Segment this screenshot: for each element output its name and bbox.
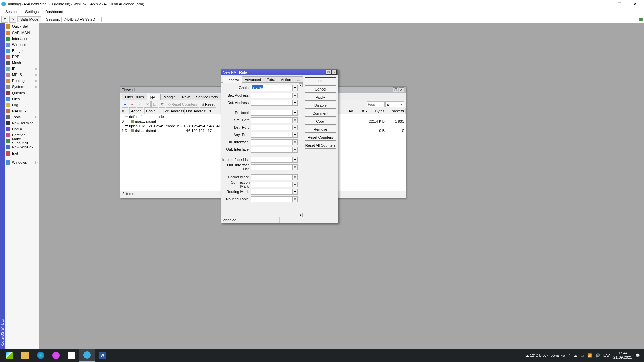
- taskbar-word[interactable]: W: [95, 349, 110, 362]
- sidebar-item-ip[interactable]: IP▷: [5, 66, 39, 72]
- tray-notifications-icon[interactable]: 💬: [635, 353, 640, 358]
- field-input[interactable]: [251, 174, 293, 180]
- filter-button[interactable]: ▽: [159, 101, 165, 108]
- tray-volume-icon[interactable]: 🔊: [595, 353, 600, 358]
- sidebar-item-new-terminal[interactable]: New Terminal: [5, 120, 39, 126]
- tray-clock[interactable]: 17:44 21.09.2021: [613, 351, 632, 360]
- column-header[interactable]: Action: [130, 108, 145, 114]
- sidebar-item-log[interactable]: Log: [5, 102, 39, 108]
- undo-button[interactable]: ↶: [1, 16, 8, 23]
- dropdown-button[interactable]: ▼: [293, 125, 298, 130]
- dialog-remove-button[interactable]: Remove: [305, 126, 336, 133]
- sidebar-item-radius[interactable]: RADIUS: [5, 108, 39, 114]
- sidebar-item-wireless[interactable]: Wireless: [5, 42, 39, 48]
- scroll-up-button[interactable]: ▲: [299, 83, 303, 87]
- dropdown-button[interactable]: ▼: [293, 174, 298, 180]
- firewall-tab-nat[interactable]: NAT: [147, 94, 161, 100]
- dropdown-button[interactable]: ▼: [293, 110, 298, 116]
- field-input[interactable]: [251, 125, 293, 130]
- dialog-copy-button[interactable]: Copy: [305, 118, 336, 125]
- comment-button[interactable]: ☐: [151, 101, 158, 108]
- taskbar-edge[interactable]: [33, 349, 48, 362]
- taskbar-winbox[interactable]: [79, 349, 95, 362]
- dialog-maximize-button[interactable]: ☐: [326, 70, 331, 75]
- field-input[interactable]: [251, 110, 293, 116]
- tray-chevron-icon[interactable]: ˄: [568, 353, 570, 358]
- column-header[interactable]: Chain: [145, 108, 162, 114]
- remove-button[interactable]: −: [129, 101, 136, 108]
- dropdown-button[interactable]: ▼: [293, 117, 298, 123]
- dropdown-button[interactable]: ▼: [293, 157, 298, 163]
- dropdown-button[interactable]: ▼: [293, 85, 298, 91]
- field-input[interactable]: [251, 182, 293, 187]
- sidebar-item-ppp[interactable]: PPP: [5, 54, 39, 60]
- reset-all-button[interactable]: ☺ Reset: [200, 101, 216, 108]
- sidebar-item-files[interactable]: Files: [5, 96, 39, 102]
- filter-dropdown[interactable]: all∓: [385, 101, 404, 107]
- add-button[interactable]: +: [122, 101, 128, 108]
- firewall-tab-raw[interactable]: Raw: [179, 94, 193, 100]
- reset-counters-button[interactable]: ☺ Reset Counters: [166, 101, 199, 108]
- sidebar-item-capsman[interactable]: CAPsMAN: [5, 29, 39, 36]
- dialog-comment-button[interactable]: Comment: [305, 110, 336, 117]
- column-header[interactable]: Ad...: [347, 108, 357, 114]
- dialog-tab-action[interactable]: Action: [278, 76, 294, 82]
- dialog-close-button[interactable]: ✕: [331, 70, 337, 75]
- firewall-tab-mangle[interactable]: Mangle: [160, 94, 179, 100]
- column-header[interactable]: Packets: [386, 108, 406, 114]
- sidebar-item-system[interactable]: System▷: [5, 84, 39, 90]
- firewall-maximize-button[interactable]: ☐: [393, 87, 398, 92]
- sidebar-item-quick-set[interactable]: Quick Set: [5, 23, 39, 29]
- sidebar-item-dot1x[interactable]: Dot1X: [5, 126, 39, 132]
- sidebar-item-mesh[interactable]: Mesh: [5, 60, 39, 66]
- close-button[interactable]: ✕: [627, 0, 643, 8]
- sidebar-item-bridge[interactable]: Bridge: [5, 48, 39, 54]
- column-header[interactable]: Pr: [206, 108, 218, 114]
- column-header[interactable]: Bytes: [367, 108, 386, 114]
- field-input[interactable]: [251, 196, 293, 202]
- dialog-header[interactable]: New NAT Rule ☐ ✕: [221, 69, 338, 75]
- dropdown-button[interactable]: ▼: [293, 164, 298, 170]
- firewall-close-button[interactable]: ✕: [399, 87, 404, 92]
- sidebar-item-interfaces[interactable]: Interfaces: [5, 36, 39, 42]
- taskbar-slack[interactable]: [64, 349, 79, 362]
- dialog-ok-button[interactable]: OK: [305, 77, 336, 84]
- field-input[interactable]: [251, 100, 293, 106]
- dropdown-button[interactable]: ▼: [293, 93, 298, 98]
- field-input[interactable]: [251, 147, 293, 153]
- tray-language[interactable]: LAV: [603, 353, 610, 357]
- dialog-reset-all-counters-button[interactable]: Reset All Counters: [305, 142, 336, 149]
- taskbar-explorer[interactable]: [17, 349, 33, 362]
- field-input[interactable]: srcnat: [251, 85, 293, 91]
- enable-button[interactable]: ✓: [137, 101, 143, 108]
- menu-session[interactable]: Session: [2, 9, 22, 14]
- sidebar-item-make-supout-rif[interactable]: Make Supout.rif: [5, 138, 39, 144]
- field-input[interactable]: [251, 117, 293, 123]
- field-input[interactable]: [251, 93, 293, 98]
- column-header[interactable]: #: [120, 108, 130, 114]
- scroll-down-button[interactable]: ▼: [299, 213, 303, 217]
- firewall-tab-filter-rules[interactable]: Filter Rules: [122, 94, 147, 100]
- sidebar-item-exit[interactable]: Exit: [5, 150, 39, 156]
- tray-wifi-icon[interactable]: 📶: [587, 353, 592, 358]
- safe-mode-button[interactable]: Safe Mode: [17, 16, 41, 22]
- dropdown-button[interactable]: ▼: [293, 196, 298, 202]
- dialog-tab-general[interactable]: General: [223, 77, 242, 83]
- dropdown-button[interactable]: ▼: [293, 147, 298, 153]
- weather-widget[interactable]: ☁ 12°C В осн. облачно: [525, 353, 565, 358]
- field-input[interactable]: [251, 189, 293, 195]
- dropdown-button[interactable]: ▼: [293, 100, 298, 106]
- taskbar-app1[interactable]: [48, 349, 64, 362]
- disable-button[interactable]: ✕: [144, 101, 151, 108]
- dialog-disable-button[interactable]: Disable: [305, 102, 336, 109]
- column-header[interactable]: Dst. Ad...: [357, 108, 367, 114]
- field-input[interactable]: [251, 132, 293, 138]
- firewall-tab-service-ports[interactable]: Service Ports: [193, 94, 221, 100]
- tray-battery-icon[interactable]: ▭: [581, 353, 584, 358]
- minimize-button[interactable]: ─: [596, 0, 612, 8]
- field-input[interactable]: [251, 139, 293, 145]
- dialog-tab--[interactable]: ...: [294, 76, 303, 82]
- dropdown-button[interactable]: ▼: [293, 189, 298, 195]
- dialog-cancel-button[interactable]: Cancel: [305, 85, 336, 93]
- sidebar-item-tools[interactable]: Tools▷: [5, 114, 39, 120]
